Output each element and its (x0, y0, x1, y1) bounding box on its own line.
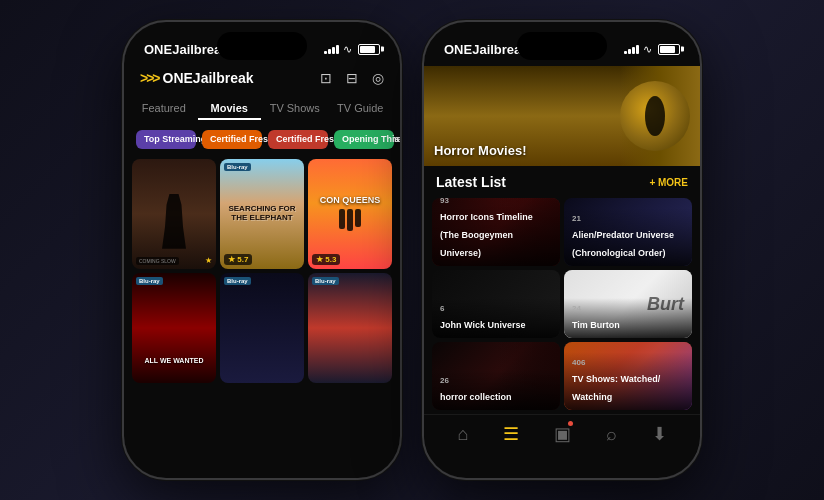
battery-icon (358, 44, 380, 55)
figure-2 (347, 209, 353, 231)
section-header: Latest List + MORE (424, 166, 700, 194)
wifi-icon-2: ∿ (643, 43, 652, 56)
sb2 (628, 49, 631, 54)
nav-watchlist[interactable]: ▣ (554, 423, 571, 445)
dynamic-island-2 (517, 32, 607, 60)
app-header-1: >>> ONEJailbreak ⊡ ⊟ ◎ (124, 66, 400, 94)
signal-bar-3 (332, 47, 335, 54)
alien-count: 21 (572, 214, 684, 223)
pill-streaming[interactable]: Top Streaming Movies (136, 130, 196, 149)
more-link[interactable]: + MORE (649, 177, 688, 188)
watchlist-icon: ▣ (554, 424, 571, 444)
category-pills: Top Streaming Movies Certified Fresh Mov… (124, 124, 400, 155)
movie-card-allwe[interactable]: ALL WE WANTED Blu-ray (132, 273, 216, 383)
header-icons: ⊡ ⊟ ◎ (320, 70, 384, 86)
pill-opening[interactable]: Opening This Week (334, 130, 394, 149)
movie-card-pastor[interactable]: COMING SLOW ★ (132, 159, 216, 269)
hero-title: Horror Movies! (434, 143, 526, 158)
wicku-count: 6 (440, 304, 552, 313)
list-card-hcoll[interactable]: 26 horror collection (432, 342, 560, 410)
download-icon: ⬇ (652, 423, 667, 445)
list-card-horror[interactable]: 93 Horror Icons Timeline (The Boogeymen … (432, 198, 560, 266)
list-grid: 93 Horror Icons Timeline (The Boogeymen … (424, 194, 700, 414)
battery-fill (360, 46, 375, 53)
sb1 (624, 51, 627, 54)
bd-badge-elephant: Blu-ray (224, 163, 251, 171)
nav-lists[interactable]: ☰ (503, 423, 519, 445)
hcoll-title: horror collection (440, 392, 512, 402)
list-card-tvshow[interactable]: 406 TV Shows: Watched/ Watching (564, 342, 692, 410)
nav-tabs: Featured Movies TV Shows TV Guide (124, 94, 400, 124)
rating-badge-pastor: ★ (205, 256, 212, 265)
signal-bars-2 (624, 44, 639, 54)
movie-card-unknown[interactable]: Blu-ray (220, 273, 304, 383)
movie-card-spidey[interactable]: Blu-ray (308, 273, 392, 383)
filter-icon[interactable]: ⊟ (346, 70, 358, 86)
bd-badge-allwe: Blu-ray (136, 277, 163, 285)
burton-overlay: 24 Tim Burton (564, 298, 692, 338)
tvshow-title: TV Shows: Watched/ Watching (572, 374, 660, 402)
coming-soon-badge: COMING SLOW (136, 257, 179, 265)
watchlist-dot (568, 421, 573, 426)
bottom-nav: ⌂ ☰ ▣ ⌕ ⬇ (424, 414, 700, 457)
search-icon: ⌕ (606, 424, 617, 445)
settings-icon[interactable]: ◎ (372, 70, 384, 86)
list-card-wicku[interactable]: 6 John Wick Universe (432, 270, 560, 338)
bd-badge-spidey: Blu-ray (312, 277, 339, 285)
movie-grid: COMING SLOW ★ SEARCHING FOR THE ELEPHANT… (124, 155, 400, 387)
wicku-overlay: 6 John Wick Universe (432, 298, 560, 338)
elephant-poster-bg: SEARCHING FOR THE ELEPHANT (220, 159, 304, 269)
tab-tvguide[interactable]: TV Guide (329, 98, 393, 120)
eye-pupil (645, 96, 665, 136)
watchlist-wrapper: ▣ (554, 423, 571, 445)
dynamic-island (217, 32, 307, 60)
status-icons-1: ∿ (324, 43, 380, 56)
rating-badge-conqueen: ★ 5.3 (312, 254, 340, 265)
logo-chevrons: >>> (140, 70, 159, 86)
pastor-silhouette (159, 194, 189, 249)
phone2-screen: ONEJailbreak ∿ (424, 22, 700, 478)
list-card-alien[interactable]: 21 Alien/Predator Universe (Chronologica… (564, 198, 692, 266)
figure-3 (355, 209, 361, 227)
pill-certified-fresh[interactable]: Certified Fresh Movies (202, 130, 262, 149)
app-logo: >>> ONEJailbreak (140, 70, 254, 86)
list-card-burton[interactable]: Burt 24 Tim Burton (564, 270, 692, 338)
tab-movies[interactable]: Movies (198, 98, 262, 120)
signal-bars-1 (324, 44, 339, 54)
sb4 (636, 45, 639, 54)
pill-fresh-theaters[interactable]: Certified Fresh Movies in Theaters (268, 130, 328, 149)
horror-overlay: 93 Horror Icons Timeline (The Boogeymen … (432, 198, 560, 266)
nav-home[interactable]: ⌂ (457, 424, 468, 445)
allwe-title-area: ALL WE WANTED (136, 349, 212, 367)
conqueen-title: CON QUEENS (320, 196, 381, 205)
alien-title: Alien/Predator Universe (Chronological O… (572, 230, 674, 258)
signal-bar-1 (324, 51, 327, 54)
phone1-screen: ONEJailbreak ∿ >>> (124, 22, 400, 478)
hcoll-count: 26 (440, 376, 552, 385)
movie-card-conqueen[interactable]: CON QUEENS ★ 5.3 (308, 159, 392, 269)
conqueen-poster-bg: CON QUEENS (308, 159, 392, 269)
elephant-title: SEARCHING FOR THE ELEPHANT (228, 205, 296, 223)
hero-area: Horror Movies! (424, 66, 700, 166)
section-title: Latest List (436, 174, 506, 190)
nav-download[interactable]: ⬇ (652, 423, 667, 445)
lists-icon: ☰ (503, 423, 519, 445)
burton-count: 24 (572, 304, 684, 313)
tab-tvshows[interactable]: TV Shows (263, 98, 327, 120)
signal-bar-2 (328, 49, 331, 54)
alien-overlay: 21 Alien/Predator Universe (Chronologica… (564, 208, 692, 266)
nav-search[interactable]: ⌕ (606, 424, 617, 445)
status-icons-2: ∿ (624, 43, 680, 56)
burton-title: Tim Burton (572, 320, 620, 330)
tvshow-count: 406 (572, 358, 684, 367)
battery-icon-2 (658, 44, 680, 55)
horror-count: 93 (440, 198, 552, 205)
cast-icon[interactable]: ⊡ (320, 70, 332, 86)
figure-1 (339, 209, 345, 229)
tvshow-overlay: 406 TV Shows: Watched/ Watching (564, 352, 692, 410)
movie-card-elephant[interactable]: SEARCHING FOR THE ELEPHANT Blu-ray ★ 5.7 (220, 159, 304, 269)
phone-2: ONEJailbreak ∿ (422, 20, 702, 480)
rating-badge-elephant: ★ 5.7 (224, 254, 252, 265)
tab-featured[interactable]: Featured (132, 98, 196, 120)
wicku-title: John Wick Universe (440, 320, 525, 330)
